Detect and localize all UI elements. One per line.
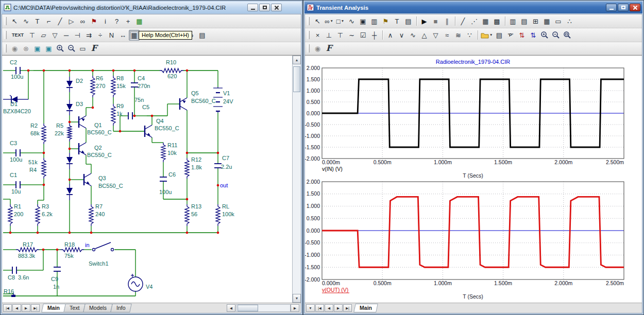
cursor-top-icon[interactable]: ⊤	[335, 30, 346, 41]
checker-b-icon[interactable]: ▩	[492, 16, 502, 27]
help-mode-toggle-icon[interactable]: ▦	[129, 30, 140, 41]
scroll-right-button[interactable]: ▶	[291, 304, 299, 312]
node-numbers-mode-icon[interactable]: N	[106, 30, 117, 41]
nav-button-1[interactable]: ◀	[12, 304, 21, 312]
text-mode-icon[interactable]: TEXT	[9, 30, 26, 41]
zoom-out-icon[interactable]	[550, 30, 561, 41]
cursor-bottom-icon[interactable]: ⊥	[324, 30, 334, 41]
toolbar-grip[interactable]	[307, 17, 310, 25]
font-tool-icon[interactable]: F	[324, 43, 334, 54]
caliper-tool-icon[interactable]: ▥	[369, 16, 380, 27]
trace-2[interactable]	[322, 197, 624, 267]
nav-button-2[interactable]: ▶	[334, 304, 343, 312]
picture-tool-icon[interactable]: ▦	[134, 16, 145, 27]
toolbar-grip[interactable]	[4, 44, 7, 52]
zoom-region-icon[interactable]	[562, 30, 572, 41]
p-notation-icon[interactable]: 'P'	[505, 30, 516, 41]
toolbar-grip[interactable]	[4, 17, 7, 25]
close-button[interactable]	[271, 4, 282, 11]
stretch-mode-icon[interactable]: ↔	[117, 30, 128, 41]
glasses-view-icon[interactable]: ∞	[77, 16, 88, 27]
text-tool-icon[interactable]: T	[392, 16, 402, 27]
dash-mode-icon[interactable]: ─	[61, 30, 72, 41]
tab-text[interactable]: Text	[63, 304, 86, 312]
nav-button-3[interactable]: ▶|	[343, 304, 352, 312]
diode-shape-tool-icon[interactable]: ▷	[66, 16, 77, 27]
schematic-canvas[interactable]: C2100uD1BZX84C20R10620V124VD2D3R6270R815…	[2, 55, 301, 303]
scroll-down-button[interactable]: ▼	[293, 294, 301, 303]
scroll-thumb[interactable]	[293, 66, 300, 92]
scope-view-icon[interactable]: ▣	[358, 16, 368, 27]
stop-button-icon[interactable]: ■	[430, 16, 441, 27]
scroll-track[interactable]	[236, 304, 291, 312]
wire-draw-tool-icon[interactable]: ∿	[21, 16, 31, 27]
copy-to-clipboard-icon[interactable]: ▣	[32, 43, 43, 54]
analysis-titlebar[interactable]: Transient Analysis	[304, 2, 642, 13]
cancel-ball-icon[interactable]: ⊗	[21, 43, 31, 54]
scroll-thumb[interactable]	[238, 305, 258, 311]
nav-button-3[interactable]: ▶|	[31, 304, 40, 312]
folder-open-icon[interactable]: ▼	[480, 30, 493, 41]
scroll-left-button[interactable]: ◀	[227, 304, 235, 312]
status-ball-icon[interactable]: ◉	[312, 43, 323, 54]
table-tool-icon[interactable]: ▤	[494, 30, 504, 41]
pin-mode-icon[interactable]: ⊣	[72, 30, 83, 41]
trace-label[interactable]: v(OUT) (V)	[322, 287, 348, 293]
step-mode-icon[interactable]: ⇉	[83, 30, 94, 41]
point-tag-tool-icon[interactable]: +	[123, 16, 133, 27]
cursor-cross-icon[interactable]: ┼	[369, 30, 380, 41]
valley-tool-icon[interactable]: ∨	[396, 30, 407, 41]
tab-info[interactable]: Info	[110, 304, 131, 312]
scroll-up-button[interactable]: ▲	[293, 56, 301, 64]
shape-mode-icon[interactable]: ▱	[38, 30, 49, 41]
schematic-titlebar[interactable]: C:\MC9\DATA\Petrov\switching distortion\…	[2, 2, 301, 13]
scale-select-icon[interactable]: □▼	[335, 16, 346, 27]
line-tool-icon[interactable]: ╱	[55, 16, 65, 27]
schematic-drawing[interactable]: C2100uD1BZX84C20R10620V124VD2D3R6270R815…	[3, 56, 291, 297]
waveform-axes-icon[interactable]: ∿	[346, 16, 357, 27]
grid-view-icon[interactable]: ⊞	[530, 16, 541, 27]
trace-check-icon[interactable]: ☑	[358, 30, 368, 41]
minimize-button[interactable]	[606, 4, 617, 11]
peak-tool-icon[interactable]: ∧	[385, 30, 396, 41]
nav-button-0[interactable]: |◀	[3, 304, 12, 312]
tab-main[interactable]: Main	[41, 304, 66, 312]
fall-tool-icon[interactable]: ▽	[430, 30, 441, 41]
tag-tool-icon[interactable]: ⚑	[380, 16, 391, 27]
pause-button-icon[interactable]: ∥	[442, 16, 452, 27]
vertical-scrollbar[interactable]: ▲ ▼	[292, 56, 301, 303]
trace-label[interactable]: v(IN) (V)	[322, 166, 343, 172]
clipboard-tool-icon[interactable]: ▤	[403, 16, 414, 27]
nav-button-2[interactable]: ▶	[22, 304, 30, 312]
run-button-icon[interactable]: ▶	[419, 16, 430, 27]
select-tool-icon[interactable]: ↖	[312, 16, 323, 27]
analysis-plots[interactable]: 2.0001.5001.0000.5000.000-0.500-1.000-1.…	[305, 57, 642, 303]
nav-button-0[interactable]: |◀	[315, 304, 324, 312]
tilde-mode-icon[interactable]: ∼	[346, 30, 357, 41]
nav-button-1[interactable]: ◀	[325, 304, 333, 312]
flag-tool-icon[interactable]: ⚑	[89, 16, 99, 27]
maximize-button[interactable]	[618, 4, 629, 11]
close-button[interactable]	[630, 4, 640, 11]
cells-view-icon[interactable]: ▦	[541, 16, 552, 27]
minimize-button[interactable]	[247, 4, 258, 11]
checker-a-icon[interactable]: ▦	[480, 16, 491, 27]
columns-view-icon[interactable]: ▥	[507, 16, 518, 27]
nabla-mode-icon[interactable]: ▽	[49, 30, 60, 41]
wave-tool-icon[interactable]: ∿	[408, 30, 418, 41]
text-tool-icon[interactable]: T	[32, 16, 43, 27]
smooth-tool-icon[interactable]: ≈	[442, 30, 452, 41]
glasses-view-icon[interactable]: ∞▼	[324, 16, 334, 27]
zoom-out-icon[interactable]	[66, 43, 77, 54]
analysis-canvas[interactable]: 2.0001.5001.0000.5000.000-0.500-1.000-1.…	[305, 55, 642, 303]
wire-orthogonal-tool-icon[interactable]: ⌐	[43, 16, 54, 27]
table-view-icon[interactable]: ▤	[519, 16, 530, 27]
tab-models[interactable]: Models	[83, 304, 112, 312]
tab-main[interactable]: Main	[353, 304, 378, 312]
font-tool-icon[interactable]: F	[89, 43, 99, 54]
maximize-button[interactable]	[259, 4, 270, 11]
data-points-view-icon[interactable]: ∴	[564, 16, 575, 27]
info-ball-icon[interactable]: ◉	[9, 43, 20, 54]
y-range-icon[interactable]: ⇅	[528, 30, 538, 41]
horizontal-scrollbar[interactable]: ◀ ▶	[227, 304, 300, 312]
